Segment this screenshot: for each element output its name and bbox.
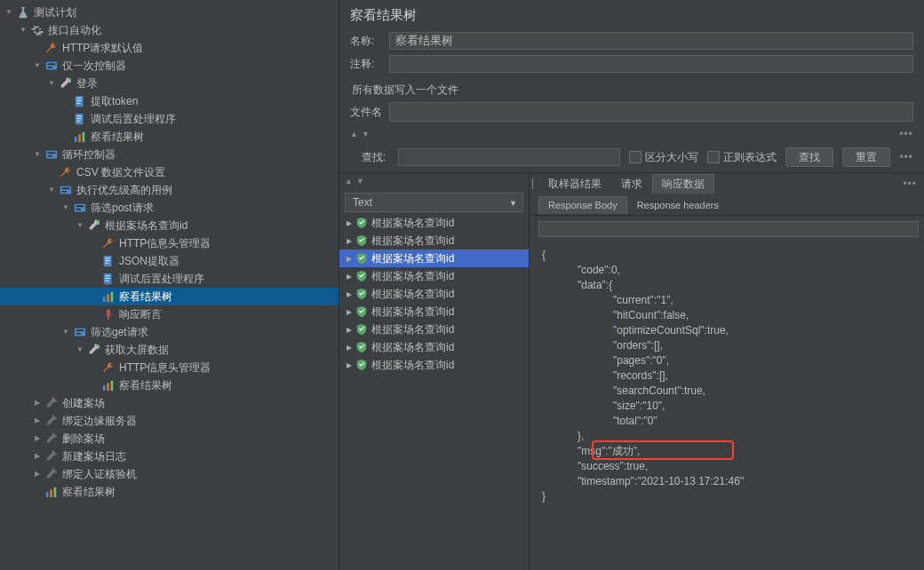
tree-item-label: 删除案场 (62, 430, 105, 447)
more-options-icon[interactable]: ••• (899, 128, 913, 140)
pipette-icon (59, 76, 73, 91)
tree-twisty-icon[interactable]: ▼ (60, 199, 71, 217)
tree-twisty-icon[interactable]: ▼ (75, 217, 85, 234)
tab-request[interactable]: 请求 (611, 174, 652, 194)
tree-item-label: 登录 (76, 75, 98, 92)
tree-twisty-icon[interactable]: ▼ (60, 323, 71, 341)
http-header-mgr-2[interactable]: HTTP信息头管理器 (0, 359, 339, 376)
json-extractor[interactable]: JSON提取器 (0, 252, 339, 270)
loop-controller[interactable]: ▼循环控制器 (0, 146, 339, 163)
view-results-tree-4[interactable]: 察看结果树 (0, 483, 339, 501)
extract-token[interactable]: 提取token (0, 92, 339, 110)
chart-icon (101, 289, 116, 304)
tree-twisty-icon[interactable]: ▶ (32, 465, 43, 483)
view-results-tree-3[interactable]: 察看结果树 (0, 376, 339, 394)
result-twisty-icon[interactable]: ▶ (345, 361, 354, 369)
bind-verify[interactable]: ▶绑定人证核验机 (0, 465, 339, 483)
test-plan-tree[interactable]: ▼测试计划▼接口自动化HTTP请求默认值▼仅一次控制器▼登录提取token调试后… (0, 0, 339, 570)
debug-post-processor-2[interactable]: 调试后置处理程序 (0, 270, 339, 288)
tree-twisty-icon[interactable]: ▶ (32, 412, 43, 430)
result-twisty-icon[interactable]: ▶ (345, 237, 354, 245)
search-more-icon[interactable]: ••• (899, 151, 913, 163)
login[interactable]: ▼登录 (0, 75, 339, 92)
tree-twisty-icon[interactable]: ▶ (32, 394, 43, 412)
http-defaults[interactable]: HTTP请求默认值 (0, 39, 339, 57)
name-input[interactable] (389, 32, 913, 50)
tree-twisty-icon[interactable]: ▼ (75, 341, 85, 359)
fetch-screen-data[interactable]: ▼获取大屏数据 (0, 341, 339, 359)
svg-point-3 (68, 78, 72, 82)
tree-twisty-icon[interactable]: ▼ (32, 146, 43, 163)
search-button[interactable]: 查找 (785, 147, 833, 167)
result-row[interactable]: ▶根据案场名查询id (339, 285, 529, 303)
new-scene-log[interactable]: ▶新建案场日志 (0, 447, 339, 465)
expand-down-icon[interactable]: ▼ (362, 130, 370, 139)
tab-response-data[interactable]: 响应数据 (652, 174, 714, 194)
results-collapse-up-icon[interactable]: ▲ (345, 177, 353, 186)
pin-icon (101, 307, 116, 321)
expand-up-icon[interactable]: ▲ (350, 130, 358, 139)
regex-checkbox[interactable]: 正则表达式 (707, 150, 777, 165)
flask-icon (16, 5, 30, 20)
filter-get-req[interactable]: ▼筛选get请求 (0, 323, 339, 341)
query-id-by-name[interactable]: ▼根据案场名查询id (0, 217, 339, 234)
result-row[interactable]: ▶根据案场名查询id (339, 303, 529, 321)
interface-automation[interactable]: ▼接口自动化 (0, 21, 339, 39)
result-row[interactable]: ▶根据案场名查询id (339, 249, 529, 267)
tree-twisty-icon[interactable]: ▼ (46, 75, 57, 92)
result-row[interactable]: ▶根据案场名查询id (339, 232, 529, 249)
result-row[interactable]: ▶根据案场名查询id (339, 321, 529, 338)
tree-twisty-icon[interactable]: ▼ (18, 21, 28, 39)
tab-sampler-result[interactable]: 取样器结果 (538, 174, 611, 194)
result-twisty-icon[interactable]: ▶ (345, 290, 354, 298)
response-body-view[interactable]: { "code":0, "data":{ "current":"1", "hit… (533, 242, 924, 570)
bind-edge-server[interactable]: ▶绑定边缘服务器 (0, 412, 339, 430)
tree-twisty-icon[interactable]: ▼ (4, 4, 14, 21)
result-twisty-icon[interactable]: ▶ (345, 219, 354, 227)
once-controller[interactable]: ▼仅一次控制器 (0, 57, 339, 75)
filter-post-req[interactable]: ▼筛选post请求 (0, 199, 339, 217)
http-header-mgr[interactable]: HTTP信息头管理器 (0, 234, 339, 252)
shield-check-icon (355, 305, 368, 318)
test-plan[interactable]: ▼测试计划 (0, 4, 339, 21)
results-collapse-down-icon[interactable]: ▼ (356, 177, 364, 186)
result-row[interactable]: ▶根据案场名查询id (339, 338, 529, 356)
delete-scene[interactable]: ▶删除案场 (0, 430, 339, 447)
result-twisty-icon[interactable]: ▶ (345, 308, 354, 316)
result-row[interactable]: ▶根据案场名查询id (339, 356, 529, 374)
create-scene[interactable]: ▶创建案场 (0, 394, 339, 412)
csv-config[interactable]: CSV 数据文件设置 (0, 163, 339, 181)
search-input[interactable] (398, 148, 620, 166)
result-row[interactable]: ▶根据案场名查询id (339, 267, 529, 285)
case-sensitive-checkbox[interactable]: 区分大小写 (629, 150, 698, 165)
tab-response-headers[interactable]: Response headers (627, 196, 729, 214)
result-row[interactable]: ▶根据案场名查询id (339, 214, 529, 232)
tabs-more-icon[interactable]: ••• (903, 178, 924, 190)
comment-input[interactable] (389, 55, 913, 73)
svg-rect-6 (77, 100, 82, 101)
filename-input[interactable] (389, 102, 913, 122)
tab-response-body[interactable]: Response Body (538, 196, 627, 214)
tree-twisty-icon[interactable]: ▼ (46, 181, 57, 199)
result-twisty-icon[interactable]: ▶ (345, 273, 354, 281)
shield-check-icon (355, 252, 368, 265)
ctrl-icon (59, 183, 73, 197)
response-search-box[interactable] (538, 221, 919, 237)
priority-case[interactable]: ▼执行优先级高的用例 (0, 181, 339, 199)
view-results-tree-1[interactable]: 察看结果树 (0, 128, 339, 146)
view-results-tree-2[interactable]: 察看结果树 (0, 288, 339, 305)
json-line: "timestamp":"2021-10-13 17:21:46" (542, 474, 915, 489)
response-assertion[interactable]: 响应断言 (0, 305, 339, 323)
tree-item-label: 察看结果树 (91, 128, 144, 146)
tree-twisty-icon[interactable]: ▶ (32, 447, 43, 465)
svg-rect-21 (75, 204, 85, 212)
debug-post-processor[interactable]: 调试后置处理程序 (0, 110, 339, 128)
tree-twisty-icon[interactable]: ▶ (32, 430, 43, 447)
reset-button[interactable]: 重置 (842, 147, 890, 167)
tree-twisty-icon[interactable]: ▼ (32, 57, 43, 75)
result-twisty-icon[interactable]: ▶ (345, 344, 354, 352)
renderer-select[interactable]: Text (345, 193, 523, 212)
result-twisty-icon[interactable]: ▶ (345, 326, 354, 334)
result-twisty-icon[interactable]: ▶ (345, 255, 354, 263)
svg-rect-42 (107, 383, 109, 391)
